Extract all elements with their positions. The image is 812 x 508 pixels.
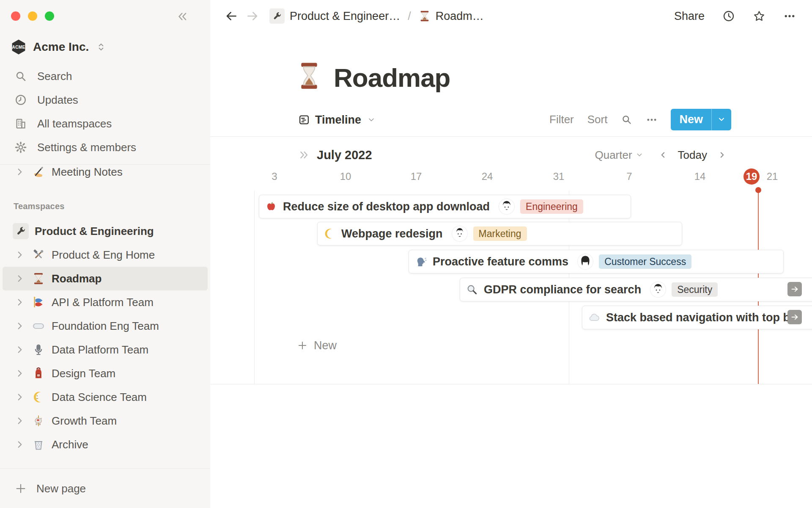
- close-button[interactable]: [11, 11, 20, 21]
- sidebar-item-meeting-notes[interactable]: Meeting Notes: [3, 160, 208, 184]
- chevron-right-icon[interactable]: [14, 166, 25, 177]
- sidebar-menu: Search Updates All teamspaces Settings &…: [0, 64, 210, 159]
- today-date-badge: 19: [743, 168, 760, 185]
- plus-icon: [297, 340, 308, 351]
- previous-period-icon[interactable]: [658, 150, 668, 160]
- topbar-actions: Share: [674, 8, 796, 25]
- clock-icon[interactable]: [722, 10, 735, 22]
- gear-icon: [14, 141, 28, 154]
- speaking-head-emoji-icon: [415, 256, 427, 268]
- window-controls: [11, 11, 54, 21]
- card-title: Reduce size of desktop app download: [283, 200, 490, 213]
- sidebar-item-label: Updates: [37, 94, 78, 107]
- sort-button[interactable]: Sort: [587, 113, 608, 126]
- carp-streamer-emoji-icon: [32, 296, 45, 309]
- date-tick: 17: [411, 169, 422, 184]
- assignee-avatar: [499, 199, 514, 214]
- carousel-horse-emoji-icon: [32, 414, 45, 427]
- sidebar-item-label: Product & Engineering: [35, 225, 154, 238]
- zoom-button[interactable]: [45, 11, 54, 21]
- today-button[interactable]: Today: [678, 149, 707, 162]
- sidebar-collapse-icon[interactable]: [176, 10, 189, 23]
- sidebar-pinned-section: Meeting Notes: [3, 160, 208, 184]
- hammer-and-wrench-emoji-icon: [32, 248, 45, 261]
- sidebar-item-updates[interactable]: Updates: [0, 88, 210, 112]
- search-icon[interactable]: [621, 114, 632, 125]
- more-options-icon[interactable]: [646, 114, 657, 125]
- share-button[interactable]: Share: [674, 10, 705, 23]
- sidebar-item-all-teamspaces[interactable]: All teamspaces: [0, 112, 210, 135]
- chevron-right-icon[interactable]: [14, 368, 25, 379]
- backpack-emoji-icon: [32, 367, 45, 380]
- writing-hand-emoji-icon: [32, 166, 45, 178]
- add-item-button[interactable]: New: [297, 337, 337, 353]
- star-icon[interactable]: [753, 10, 765, 22]
- sidebar-item-search[interactable]: Search: [0, 64, 210, 88]
- apple-emoji-icon: [265, 201, 277, 213]
- clock-icon: [14, 93, 28, 107]
- sidebar-bottom-divider: [0, 468, 210, 469]
- double-chevron-right-icon[interactable]: [298, 149, 310, 161]
- timeline-card-webpage-redesign[interactable]: Webpage redesign Marketing: [317, 222, 682, 246]
- crescent-moon-emoji-icon: [324, 228, 335, 240]
- scale-label: Quarter: [595, 149, 632, 162]
- date-tick: 7: [626, 169, 632, 184]
- sidebar-item-label: Growth Team: [52, 414, 117, 428]
- next-period-icon[interactable]: [717, 150, 727, 160]
- chevron-right-icon[interactable]: [14, 344, 25, 355]
- timeline-card-reduce-desktop-download[interactable]: Reduce size of desktop app download Engi…: [259, 195, 631, 218]
- cloud-emoji-icon: [588, 312, 600, 323]
- date-tick: 14: [694, 169, 706, 184]
- filter-button[interactable]: Filter: [549, 113, 574, 126]
- workspace-switcher[interactable]: ACME Acme Inc.: [10, 36, 202, 58]
- new-button-dropdown[interactable]: [712, 109, 731, 130]
- timeline-card-stack-based-navigation[interactable]: Stack based navigation with top bar: [582, 306, 812, 329]
- sidebar-item-product-eng-home[interactable]: Product & Eng Home: [3, 243, 208, 267]
- workspace-name: Acme Inc.: [33, 40, 89, 54]
- view-tab-label: Timeline: [315, 113, 361, 127]
- tab-timeline-view[interactable]: Timeline: [298, 109, 376, 130]
- team-tag: Customer Success: [599, 254, 691, 269]
- chevron-right-icon[interactable]: [14, 415, 25, 426]
- sidebar-item-data-science-team[interactable]: Data Science Team: [3, 385, 208, 409]
- sidebar-item-product-engineering[interactable]: Product & Engineering: [3, 219, 208, 243]
- chevron-right-icon[interactable]: [14, 297, 25, 308]
- scale-selector[interactable]: Quarter: [595, 149, 643, 162]
- minimize-button[interactable]: [28, 11, 37, 21]
- chevron-right-icon[interactable]: [14, 249, 25, 260]
- sidebar-item-design-team[interactable]: Design Team: [3, 362, 208, 385]
- sidebar-item-label: Archive: [52, 438, 88, 451]
- scroll-right-arrow-button[interactable]: [787, 310, 802, 324]
- breadcrumb-item[interactable]: Product & Engineer…: [290, 10, 400, 23]
- sidebar-item-roadmap[interactable]: Roadmap: [3, 267, 208, 290]
- new-button[interactable]: New: [671, 109, 711, 130]
- search-icon: [14, 69, 28, 83]
- chevron-right-icon[interactable]: [14, 439, 25, 450]
- sidebar-item-archive[interactable]: Archive: [3, 433, 208, 456]
- back-button[interactable]: [225, 9, 238, 23]
- sidebar-item-growth-team[interactable]: Growth Team: [3, 409, 208, 433]
- page-hourglass-emoji-icon[interactable]: [297, 61, 321, 91]
- more-options-icon[interactable]: [783, 10, 796, 22]
- sidebar-item-label: Settings & members: [37, 141, 136, 154]
- timeline-card-gdpr-compliance[interactable]: GDPR compliance for search Security: [460, 278, 812, 301]
- chevron-down-icon: [636, 151, 643, 159]
- sidebar-item-foundation-eng-team[interactable]: Foundation Eng Team: [3, 314, 208, 338]
- chevron-right-icon[interactable]: [14, 392, 25, 403]
- sidebar-item-settings[interactable]: Settings & members: [0, 135, 210, 159]
- forward-button[interactable]: [246, 9, 259, 23]
- sidebar-item-data-platform-team[interactable]: Data Platform Team: [3, 338, 208, 362]
- card-title: Webpage redesign: [341, 227, 443, 240]
- microphone-emoji-icon: [32, 343, 45, 356]
- sidebar-item-api-platform-team[interactable]: API & Platform Team: [3, 290, 208, 314]
- new-page-button[interactable]: New page: [0, 476, 210, 501]
- timeline-card-proactive-feature-comms[interactable]: Proactive feature comms Customer Success: [409, 250, 784, 273]
- card-title: GDPR compliance for search: [484, 283, 641, 296]
- page-title: Roadmap: [334, 63, 450, 93]
- chevron-right-icon[interactable]: [14, 273, 25, 284]
- breadcrumb-item[interactable]: Roadm…: [436, 10, 484, 23]
- scroll-right-arrow-button[interactable]: [787, 282, 802, 296]
- goggles-emoji-icon: [32, 320, 45, 332]
- building-icon: [14, 117, 28, 130]
- chevron-right-icon[interactable]: [14, 320, 25, 331]
